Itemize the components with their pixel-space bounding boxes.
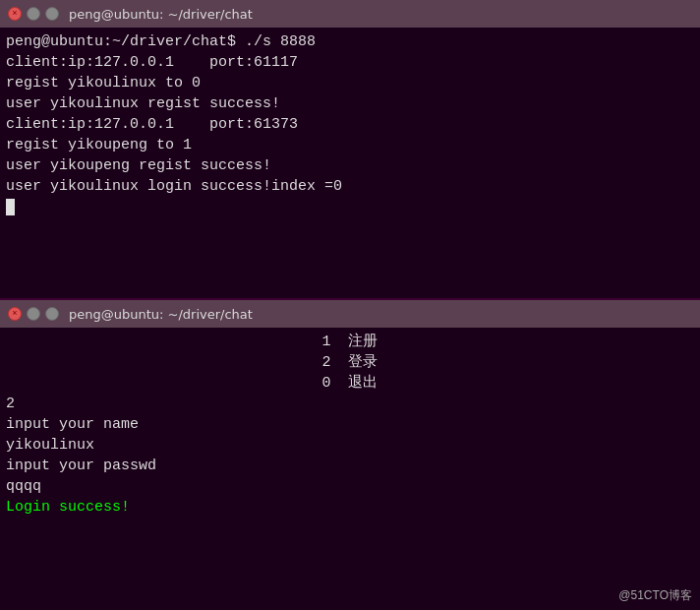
minimize-button-1[interactable] bbox=[27, 7, 40, 21]
terminal-window-1: × peng@ubuntu: ~/driver/chat peng@ubuntu… bbox=[0, 0, 700, 300]
minimize-button-2[interactable] bbox=[27, 307, 40, 321]
client-line-3: yikoulinux bbox=[6, 435, 694, 456]
maximize-button-1[interactable] bbox=[45, 7, 59, 21]
menu-line-3: 0 退出 bbox=[6, 373, 694, 394]
terminal-line-8: user yikoulinux login success!index =0 bbox=[6, 176, 694, 197]
maximize-button-2[interactable] bbox=[45, 307, 59, 321]
menu-line-2: 2 登录 bbox=[6, 352, 694, 373]
terminal-line-1: peng@ubuntu:~/driver/chat$ ./s 8888 bbox=[6, 31, 694, 52]
menu-line-1: 1 注册 bbox=[6, 332, 694, 352]
window-title-1: peng@ubuntu: ~/driver/chat bbox=[69, 7, 253, 22]
window-controls-1[interactable]: × bbox=[8, 7, 59, 21]
terminal-line-3: regist yikoulinux to 0 bbox=[6, 73, 694, 93]
terminal-line-6: regist yikoupeng to 1 bbox=[6, 135, 694, 155]
close-button-2[interactable]: × bbox=[8, 307, 22, 321]
watermark: @51CTO博客 bbox=[618, 587, 692, 604]
titlebar-1: × peng@ubuntu: ~/driver/chat bbox=[0, 0, 700, 28]
window-controls-2[interactable]: × bbox=[8, 307, 59, 321]
terminal-output-2: 1 注册 2 登录 0 退出 2 input your name yikouli… bbox=[0, 328, 700, 610]
terminal-line-5: client:ip:127.0.0.1 port:61373 bbox=[6, 114, 694, 135]
terminal-line-7: user yikoupeng regist success! bbox=[6, 155, 694, 176]
close-button-1[interactable]: × bbox=[8, 7, 22, 21]
terminal-cursor-line bbox=[6, 197, 694, 217]
client-line-2: input your name bbox=[6, 414, 694, 435]
terminal-line-4: user yikoulinux regist success! bbox=[6, 93, 694, 114]
client-line-5: qqqq bbox=[6, 476, 694, 497]
terminal-output-1: peng@ubuntu:~/driver/chat$ ./s 8888 clie… bbox=[0, 28, 700, 298]
client-line-4: input your passwd bbox=[6, 456, 694, 476]
titlebar-2: × peng@ubuntu: ~/driver/chat bbox=[0, 300, 700, 328]
terminal-line-2: client:ip:127.0.0.1 port:61117 bbox=[6, 52, 694, 73]
window-title-2: peng@ubuntu: ~/driver/chat bbox=[69, 307, 253, 322]
terminal-window-2: × peng@ubuntu: ~/driver/chat 1 注册 2 登录 0… bbox=[0, 300, 700, 610]
client-line-1: 2 bbox=[6, 394, 694, 414]
login-success-text: Login success! bbox=[6, 497, 694, 518]
cursor bbox=[6, 199, 15, 215]
